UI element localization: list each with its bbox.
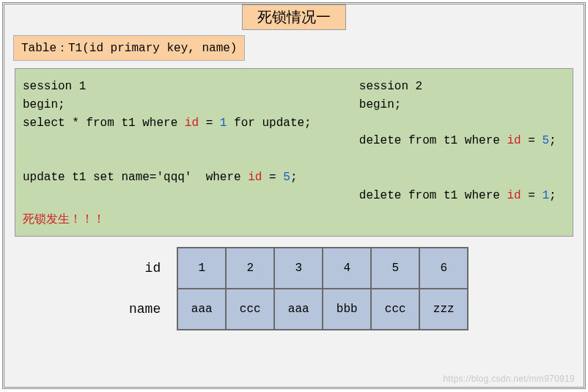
row-label-name: name [129,289,177,330]
s2-del2-a: delete from t1 where [359,189,507,202]
blank-5 [359,169,565,187]
session2-begin: begin; [359,96,565,114]
s1-select-c: for update; [227,117,311,130]
s1-upd-a: update t1 set name='qqq' where [23,171,248,184]
table-row: name aaa ccc aaa bbb ccc zzz [129,289,468,330]
id-cell: 5 [371,248,419,289]
name-cell: ccc [371,289,419,330]
session1-header: session 1 [23,78,359,96]
s2-id-2: id [507,189,521,202]
id-cell: 2 [226,248,274,289]
deadlock-message: 死锁发生！！！ [23,211,565,229]
s1-id-2: id [248,171,262,184]
session2-header: session 2 [359,78,565,96]
s1-id-1: id [185,117,199,130]
s1-upd-b: = [262,171,283,184]
session1-begin: begin; [23,96,359,114]
s2-del2-c: ; [549,189,556,202]
s1-select-b: = [199,117,220,130]
name-cell: aaa [274,289,323,330]
session1-select: select * from t1 where id = 1 for update… [23,114,359,133]
data-table-wrap: id 1 2 3 4 5 6 name aaa ccc aaa bbb ccc … [4,247,584,330]
outer-frame: 死锁情况一 Table：T1(id primary key, name) ses… [2,2,586,389]
inner-frame: 死锁情况一 Table：T1(id primary key, name) ses… [4,4,584,388]
name-cell: ccc [226,289,274,330]
id-cell: 1 [177,248,226,289]
table-definition: Table：T1(id primary key, name) [13,35,245,61]
table-row: id 1 2 3 4 5 6 [129,248,468,289]
name-cell: aaa [177,289,226,330]
s1-upd-c: ; [290,171,298,184]
row-label-id: id [129,248,177,289]
s2-del1-b: = [521,134,543,147]
page-title: 死锁情况一 [242,4,346,30]
blank-3 [359,114,565,133]
blank-2 [23,150,359,169]
data-table: id 1 2 3 4 5 6 name aaa ccc aaa bbb ccc … [129,247,468,330]
id-cell: 4 [323,248,371,289]
s2-del2-b: = [521,189,543,202]
id-cell: 6 [419,248,468,289]
s2-val-1: 1 [542,189,549,202]
watermark: https://blog.csdn.net/mm970919 [443,374,575,384]
s2-del1-a: delete from t1 where [359,134,507,147]
s2-id-1: id [507,134,521,147]
session2-delete2: delete from t1 where id = 1; [359,187,565,205]
blank-4 [359,150,565,169]
name-cell: bbb [323,289,371,330]
code-columns: session 1 begin; select * from t1 where … [23,78,565,205]
s1-val-5: 5 [283,171,290,184]
name-cell: zzz [419,289,468,330]
session2-column: session 2 begin; delete from t1 where id… [359,78,565,205]
code-block: session 1 begin; select * from t1 where … [15,68,573,237]
s2-val-5: 5 [542,134,549,147]
s2-del1-c: ; [549,134,556,147]
id-cell: 3 [274,248,323,289]
session1-column: session 1 begin; select * from t1 where … [23,78,359,205]
session1-update: update t1 set name='qqq' where id = 5; [23,169,359,187]
s1-select-a: select * from t1 where [23,117,185,130]
blank-1 [23,132,359,150]
session2-delete1: delete from t1 where id = 5; [359,132,565,150]
